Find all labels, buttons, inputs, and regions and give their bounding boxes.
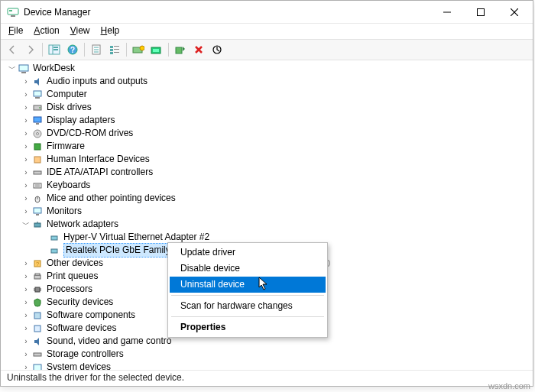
software-component-icon <box>31 310 44 321</box>
svg-point-34 <box>39 107 41 109</box>
chevron-down-icon[interactable]: ﹀ <box>21 218 31 231</box>
list-details-button[interactable] <box>106 41 123 58</box>
processor-icon <box>31 284 44 295</box>
cm-properties[interactable]: Properties <box>170 319 326 335</box>
cm-disable-device[interactable]: Disable device <box>170 261 326 277</box>
svg-rect-20 <box>114 49 119 50</box>
svg-rect-2 <box>11 15 15 17</box>
window-title: Device Manager <box>24 7 90 18</box>
tree-node[interactable]: ›Display adapters <box>4 114 533 127</box>
chevron-right-icon[interactable]: › <box>21 296 31 309</box>
statusbar-text: Uninstalls the driver for the selected d… <box>7 372 184 383</box>
tree-node[interactable]: ›Mice and other pointing devices <box>4 192 533 205</box>
computer-icon <box>18 63 30 74</box>
tree-node-network-adapters[interactable]: ﹀Network adapters <box>4 218 533 231</box>
enable-device-button[interactable] <box>172 41 189 58</box>
svg-rect-39 <box>34 144 41 150</box>
menubar: File Action View Help <box>1 24 533 39</box>
minimize-button[interactable] <box>430 2 464 23</box>
tree-node[interactable]: ›Computer <box>4 88 533 101</box>
context-menu-separator <box>171 295 324 296</box>
chevron-down-icon[interactable]: ﹀ <box>7 62 18 75</box>
chevron-right-icon[interactable]: › <box>21 192 31 205</box>
chevron-right-icon[interactable]: › <box>21 75 31 88</box>
update-driver-button[interactable] <box>130 41 147 58</box>
cm-update-driver[interactable]: Update driver <box>170 245 326 261</box>
scan-hardware-button[interactable] <box>148 41 165 58</box>
disable-device-button[interactable] <box>209 41 225 58</box>
computer-icon <box>31 89 44 100</box>
svg-rect-57 <box>35 287 40 292</box>
svg-rect-21 <box>110 52 113 54</box>
tree-node[interactable]: ›Storage controllers <box>4 348 533 361</box>
audio-icon <box>31 76 44 87</box>
chevron-right-icon[interactable]: › <box>21 140 31 153</box>
other-icon: ? <box>31 258 44 269</box>
tree-node[interactable]: ›DVD/CD-ROM drives <box>4 127 533 140</box>
forward-button[interactable] <box>22 41 39 58</box>
menu-action[interactable]: Action <box>34 25 59 39</box>
close-button[interactable] <box>498 2 531 23</box>
help-button[interactable]: ? <box>64 41 81 58</box>
display-icon <box>31 115 44 126</box>
svg-text:?: ? <box>70 46 75 54</box>
svg-rect-17 <box>110 46 113 48</box>
chevron-right-icon[interactable]: › <box>21 348 31 361</box>
tree-node[interactable]: ›Monitors <box>4 205 533 218</box>
svg-rect-26 <box>153 49 159 52</box>
menu-help[interactable]: Help <box>101 25 120 39</box>
svg-rect-32 <box>35 97 40 99</box>
tree-node[interactable]: ›Keyboards <box>4 179 533 192</box>
dvd-icon <box>31 128 44 139</box>
tree-node[interactable]: ›Human Interface Devices <box>4 153 533 166</box>
chevron-right-icon[interactable]: › <box>21 257 31 270</box>
chevron-right-icon[interactable]: › <box>21 88 31 101</box>
back-button[interactable] <box>4 41 21 58</box>
chevron-right-icon[interactable]: › <box>21 322 31 335</box>
statusbar: Uninstalls the driver for the selected d… <box>1 371 533 386</box>
cm-uninstall-device[interactable]: Uninstall device <box>170 277 326 293</box>
maximize-button[interactable] <box>464 2 498 23</box>
titlebar: Device Manager <box>1 1 533 24</box>
svg-rect-62 <box>34 313 41 319</box>
chevron-right-icon[interactable]: › <box>21 270 31 283</box>
tree-node[interactable]: ›Disk drives <box>4 101 533 114</box>
chevron-right-icon[interactable]: › <box>21 309 31 322</box>
chevron-right-icon[interactable]: › <box>21 114 31 127</box>
tree-node[interactable]: ›System devices <box>4 361 533 371</box>
svg-rect-64 <box>34 353 41 356</box>
menu-file[interactable]: File <box>8 25 23 39</box>
chevron-right-icon[interactable]: › <box>21 127 31 140</box>
svg-rect-9 <box>54 47 58 48</box>
window-controls <box>430 2 531 23</box>
tree-root[interactable]: ﹀ WorkDesk <box>4 62 533 75</box>
network-icon <box>31 219 44 230</box>
tree-node[interactable]: ›Firmware <box>4 140 533 153</box>
show-hide-tree-button[interactable] <box>46 41 63 58</box>
firmware-icon <box>31 141 44 152</box>
svg-rect-47 <box>34 208 41 213</box>
footer-credit: wsxdn.com <box>488 381 530 390</box>
chevron-right-icon[interactable]: › <box>21 153 31 166</box>
root-label: WorkDesk <box>33 62 75 75</box>
svg-rect-51 <box>51 236 57 240</box>
properties-button[interactable] <box>88 41 105 58</box>
chevron-right-icon[interactable]: › <box>21 101 31 114</box>
cm-scan-hardware[interactable]: Scan for hardware changes <box>170 298 326 314</box>
tree-node[interactable]: ›IDE ATA/ATAPI controllers <box>4 166 533 179</box>
uninstall-device-button[interactable] <box>190 41 207 58</box>
chevron-right-icon[interactable]: › <box>21 283 31 296</box>
svg-rect-42 <box>34 183 41 188</box>
chevron-right-icon[interactable]: › <box>21 361 31 371</box>
chevron-right-icon[interactable]: › <box>21 179 31 192</box>
svg-rect-35 <box>34 117 41 122</box>
chevron-right-icon[interactable]: › <box>21 205 31 218</box>
chevron-right-icon[interactable]: › <box>21 166 31 179</box>
menu-view[interactable]: View <box>70 25 90 39</box>
chevron-right-icon[interactable]: › <box>21 335 31 348</box>
toolbar-separator <box>126 43 127 57</box>
tree-node[interactable]: ›Audio inputs and outputs <box>4 75 533 88</box>
svg-rect-18 <box>114 46 119 47</box>
svg-rect-4 <box>478 8 485 15</box>
svg-rect-40 <box>34 157 41 163</box>
